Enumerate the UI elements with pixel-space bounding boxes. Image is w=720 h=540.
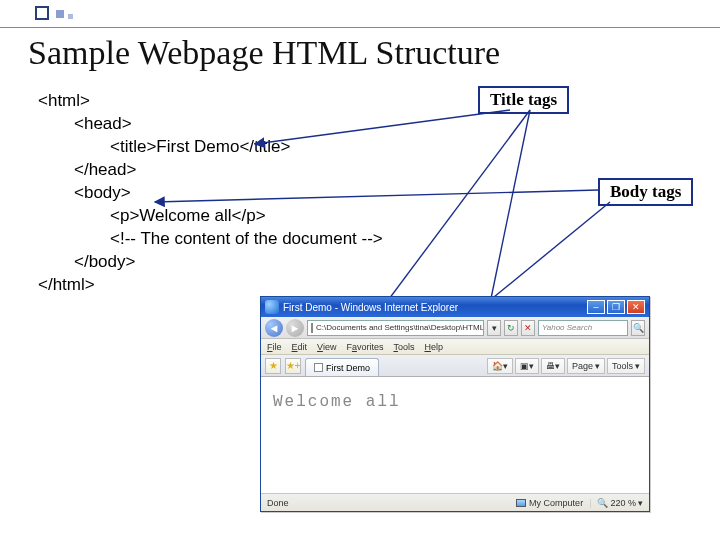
home-button[interactable]: 🏠▾	[487, 358, 513, 374]
code-sample: <html> <head> <title>First Demo</title> …	[38, 90, 383, 296]
search-input[interactable]: Yahoo Search	[538, 320, 628, 336]
menu-tools[interactable]: Tools	[393, 342, 414, 352]
search-placeholder: Yahoo Search	[542, 323, 592, 332]
code-line: <!-- The content of the document -->	[110, 228, 383, 251]
page-icon	[314, 363, 323, 372]
menu-view[interactable]: View	[317, 342, 336, 352]
minimize-button[interactable]: –	[587, 300, 605, 314]
page-menu-button[interactable]: Page ▾	[567, 358, 605, 374]
ie-logo-icon	[265, 300, 279, 314]
browser-window: First Demo - Windows Internet Explorer –…	[260, 296, 650, 512]
zoom-icon: 🔍	[597, 498, 608, 508]
tab-label: First Demo	[326, 363, 370, 373]
window-title: First Demo - Windows Internet Explorer	[283, 302, 458, 313]
maximize-button[interactable]: ❐	[607, 300, 625, 314]
menu-bar: File Edit View Favorites Tools Help	[261, 339, 649, 355]
code-line: <body>	[74, 182, 383, 205]
code-line: </html>	[38, 274, 383, 297]
address-dropdown[interactable]: ▾	[487, 320, 501, 336]
tools-menu-button[interactable]: Tools ▾	[607, 358, 645, 374]
search-go-button[interactable]: 🔍	[631, 320, 645, 336]
decoration-square-small	[68, 14, 73, 19]
favorites-star-button[interactable]: ★	[265, 358, 281, 374]
svg-line-1	[488, 110, 530, 313]
status-bar: Done My Computer | 🔍 220 % ▾	[261, 493, 649, 511]
close-button[interactable]: ✕	[627, 300, 645, 314]
browser-tab[interactable]: First Demo	[305, 358, 379, 376]
forward-button[interactable]: ►	[286, 319, 304, 337]
slide-title: Sample Webpage HTML Structure	[28, 34, 720, 72]
code-line: <html>	[38, 90, 383, 113]
status-text: Done	[267, 498, 289, 508]
decoration-square-outline	[35, 6, 49, 20]
page-body-text: Welcome all	[273, 393, 401, 411]
code-line: <head>	[74, 113, 383, 136]
browser-viewport: Welcome all	[261, 377, 649, 493]
print-button[interactable]: 🖶▾	[541, 358, 565, 374]
zoom-value: 220 %	[610, 498, 636, 508]
menu-help[interactable]: Help	[424, 342, 443, 352]
feeds-button[interactable]: ▣▾	[515, 358, 539, 374]
callout-title-tags: Title tags	[478, 86, 569, 114]
page-icon	[311, 323, 313, 333]
page-menu-label: Page	[572, 361, 593, 371]
tools-menu-label: Tools	[612, 361, 633, 371]
code-line: <p>Welcome all</p>	[110, 205, 383, 228]
zone-label: My Computer	[529, 498, 583, 508]
code-line: </head>	[74, 159, 383, 182]
browser-titlebar[interactable]: First Demo - Windows Internet Explorer –…	[261, 297, 649, 317]
menu-edit[interactable]: Edit	[292, 342, 308, 352]
decoration-square-solid	[56, 10, 64, 18]
add-favorites-button[interactable]: ★+	[285, 358, 301, 374]
slide-top-border	[0, 0, 720, 28]
code-line: <title>First Demo</title>	[110, 136, 383, 159]
address-input[interactable]: C:\Documents and Settings\tina\Desktop\H…	[307, 320, 484, 336]
zoom-control[interactable]: 🔍 220 % ▾	[597, 498, 643, 508]
chevron-down-icon: ▾	[638, 498, 643, 508]
tab-bar: ★ ★+ First Demo 🏠▾ ▣▾ 🖶▾ Page ▾ Tools ▾	[261, 355, 649, 377]
code-line: </body>	[74, 251, 383, 274]
callout-body-tags: Body tags	[598, 178, 693, 206]
computer-icon	[516, 499, 526, 507]
security-zone[interactable]: My Computer	[516, 498, 583, 508]
menu-file[interactable]: File	[267, 342, 282, 352]
menu-favorites[interactable]: Favorites	[346, 342, 383, 352]
stop-button[interactable]: ✕	[521, 320, 535, 336]
back-button[interactable]: ◄	[265, 319, 283, 337]
address-toolbar: ◄ ► C:\Documents and Settings\tina\Deskt…	[261, 317, 649, 339]
address-text: C:\Documents and Settings\tina\Desktop\H…	[316, 323, 484, 332]
refresh-button[interactable]: ↻	[504, 320, 518, 336]
